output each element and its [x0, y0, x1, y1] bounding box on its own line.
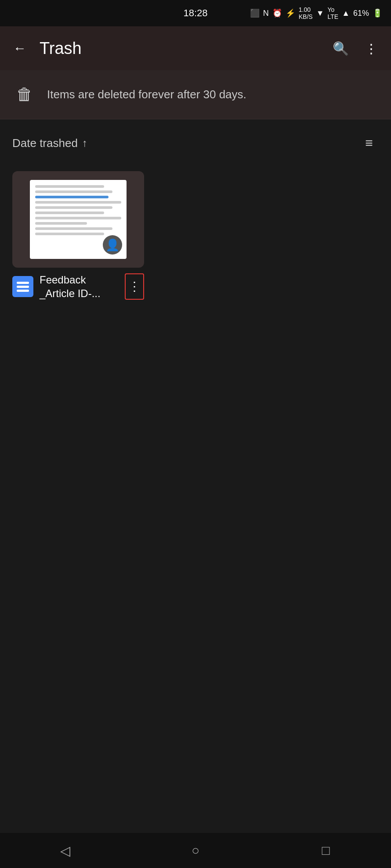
doc-icon-line: [17, 290, 29, 292]
alarm-icon: ⏰: [272, 8, 282, 18]
back-button[interactable]: ←: [9, 37, 31, 59]
app-bar-actions: 🔍 ⋮: [329, 37, 382, 59]
file-name: Feedback_Article ID-...: [40, 273, 119, 300]
doc-line: [35, 185, 104, 188]
battery-icon: 🔋: [373, 8, 382, 18]
sort-arrow-icon: ↑: [82, 137, 87, 149]
doc-preview: 👤: [30, 180, 127, 259]
wifi-icon: ▼: [316, 9, 324, 18]
teams-icon: ⬛: [250, 8, 260, 18]
doc-line: [35, 222, 87, 225]
doc-line: [35, 233, 104, 235]
nav-bar: ◁ ○ □: [0, 833, 391, 868]
nav-back-button[interactable]: ◁: [47, 837, 83, 864]
sort-date-trashed-button[interactable]: Date trashed ↑: [12, 136, 87, 150]
list-view-icon: ≡: [365, 136, 373, 151]
more-vert-icon: ⋮: [128, 280, 141, 293]
nfc-icon: N: [263, 9, 269, 18]
more-vert-icon: ⋮: [365, 41, 378, 56]
trash-icon-container: 🗑: [12, 82, 36, 107]
doc-line: [35, 206, 112, 209]
more-options-button[interactable]: ⋮: [360, 37, 382, 59]
bluetooth-icon: ⚡: [286, 8, 295, 18]
file-thumbnail: 👤: [12, 171, 144, 268]
view-toggle-button[interactable]: ≡: [359, 133, 379, 153]
nav-recents-icon: □: [322, 843, 330, 858]
doc-icon-lines: [14, 279, 32, 294]
doc-line: [35, 212, 104, 214]
doc-line: [35, 201, 121, 204]
doc-link-line: [35, 196, 109, 198]
status-time: 18:28: [183, 7, 207, 19]
doc-line: [35, 190, 112, 193]
data-speed-icon: 1.00KB/S: [299, 6, 313, 20]
info-banner: 🗑 Items are deleted forever after 30 day…: [0, 70, 391, 119]
list-item[interactable]: 👤 Feedback_Article ID-... ⋮: [12, 171, 144, 300]
info-message: Items are deleted forever after 30 days.: [47, 86, 246, 102]
sort-label-text: Date trashed: [12, 136, 78, 150]
file-type-icon: [12, 276, 33, 297]
status-bar: 18:28 ⬛ N ⏰ ⚡ 1.00KB/S ▼ YoLTE ▲ 61% 🔋: [0, 0, 391, 26]
volte-icon: YoLTE: [328, 6, 339, 20]
status-icons: ⬛ N ⏰ ⚡ 1.00KB/S ▼ YoLTE ▲ 61% 🔋: [250, 6, 382, 20]
doc-icon-line: [17, 282, 29, 284]
doc-icon-line: [17, 286, 29, 288]
people-icon: 👤: [105, 238, 119, 252]
nav-recents-button[interactable]: □: [308, 837, 344, 864]
file-info-row: Feedback_Article ID-... ⋮: [12, 273, 144, 300]
back-arrow-icon: ←: [13, 41, 26, 56]
doc-line: [35, 227, 112, 230]
shared-avatar: 👤: [103, 235, 122, 255]
signal-icon: ▲: [342, 9, 350, 18]
sort-bar: Date trashed ↑ ≡: [0, 119, 391, 167]
file-grid: 👤 Feedback_Article ID-... ⋮: [0, 167, 391, 305]
battery-text: 61%: [353, 9, 369, 18]
page-title: Trash: [40, 39, 321, 58]
nav-home-button[interactable]: ○: [178, 837, 213, 864]
search-button[interactable]: 🔍: [329, 37, 351, 59]
file-more-options-button[interactable]: ⋮: [125, 273, 144, 300]
nav-home-icon: ○: [192, 843, 199, 858]
doc-line: [35, 217, 121, 219]
delete-forever-icon: 🗑: [16, 85, 33, 104]
search-icon: 🔍: [333, 41, 349, 56]
app-bar: ← Trash 🔍 ⋮: [0, 26, 391, 70]
nav-back-icon: ◁: [60, 843, 70, 858]
